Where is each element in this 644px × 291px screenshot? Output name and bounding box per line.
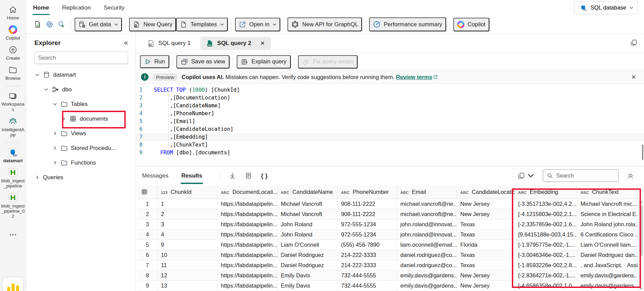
copilot-button[interactable]: Copilot bbox=[453, 18, 489, 31]
tree-item-functions[interactable]: Functions bbox=[26, 155, 136, 170]
templates-button[interactable]: Templates bbox=[176, 18, 227, 31]
data-cell[interactable]: Emily Davis bbox=[277, 281, 337, 291]
tab-sql-query-2[interactable]: SQL SQL query 2 ✕ bbox=[200, 37, 271, 50]
data-cell[interactable]: https://fabdatapipelin... bbox=[217, 219, 277, 230]
table-row[interactable]: 711https://fabdatapipelin...Daniel Rodri… bbox=[138, 260, 638, 271]
data-cell[interactable]: Daniel Rodriguez bbox=[277, 250, 337, 260]
data-cell[interactable]: https://fabdatapipelin... bbox=[217, 271, 277, 281]
data-cell[interactable]: 908-111-2222 bbox=[337, 209, 397, 219]
view-as-document-icon[interactable] bbox=[240, 170, 256, 181]
download-results-icon[interactable] bbox=[224, 170, 240, 181]
data-cell[interactable]: 972-555-1234 bbox=[337, 230, 397, 240]
row-number-cell[interactable]: 4 bbox=[138, 230, 157, 240]
table-row[interactable]: 913https://fabdatapipelin...Emily Davis7… bbox=[138, 281, 638, 291]
code-line[interactable]: 8 ,[ChunkText] bbox=[136, 141, 644, 149]
table-row[interactable]: 33https://fabdatapipelin...John Roland97… bbox=[138, 219, 638, 230]
column-header-chunkid[interactable]: 123ChunkId bbox=[157, 185, 217, 199]
select-all-cell[interactable] bbox=[138, 185, 157, 199]
data-cell[interactable]: 9 bbox=[157, 240, 217, 250]
code-line[interactable]: 5 ,[Email] bbox=[136, 118, 644, 125]
sidebar-item-create[interactable]: Create bbox=[0, 43, 26, 63]
code-line[interactable]: 9 FROM [dbo].[documents] bbox=[136, 149, 644, 157]
data-cell[interactable]: 11 bbox=[157, 260, 217, 271]
data-cell[interactable]: john.roland@innovat... bbox=[397, 230, 457, 240]
column-header-email[interactable]: ABCEmail bbox=[397, 185, 457, 199]
data-cell[interactable]: Texas bbox=[457, 219, 515, 230]
code-line[interactable]: 1SELECT TOP (1000) [ChunkId] bbox=[136, 86, 644, 94]
data-cell[interactable]: 12 bbox=[157, 271, 217, 281]
scroll-down-icon[interactable]: ▼ bbox=[640, 286, 643, 291]
data-cell[interactable]: emily.davis@gardens... bbox=[577, 271, 638, 281]
sidebar-item-home[interactable]: Home bbox=[0, 3, 26, 23]
fix-query-errors-button[interactable]: Fix query errors bbox=[298, 55, 358, 68]
chevron-right-icon[interactable] bbox=[52, 146, 58, 150]
tree-item-documents[interactable]: documents bbox=[26, 111, 136, 126]
dismiss-banner-icon[interactable]: ✕ bbox=[631, 74, 639, 81]
data-cell[interactable]: Texas bbox=[457, 250, 515, 260]
duplicate-tab-icon[interactable] bbox=[630, 39, 637, 46]
table-row[interactable]: 59https://fabdatapipelin...Liam O'Connel… bbox=[138, 240, 638, 250]
code-line[interactable]: 4 ,[PhoneNumber] bbox=[136, 110, 644, 118]
query-check-icon[interactable] bbox=[56, 18, 67, 31]
sidebar-item-blob-ingest-pipeline-02[interactable]: blob_ingest_pipeline_02 bbox=[0, 191, 26, 221]
get-data-button[interactable]: Get data bbox=[75, 18, 122, 31]
row-number-cell[interactable]: 2 bbox=[138, 209, 157, 219]
data-cell[interactable]: Daniel Rodriguez bbox=[277, 260, 337, 271]
chevron-down-icon[interactable] bbox=[43, 87, 49, 92]
table-row[interactable]: 812https://fabdatapipelin...Emily Davis7… bbox=[138, 271, 638, 281]
row-number-cell[interactable]: 3 bbox=[138, 219, 157, 230]
data-cell[interactable]: New Jersey bbox=[457, 281, 515, 291]
tree-item-queries[interactable]: Queries bbox=[26, 170, 136, 185]
database-type-selector[interactable]: SQL SQL database bbox=[574, 1, 638, 14]
tab-results[interactable]: Results bbox=[180, 170, 203, 181]
data-cell[interactable]: Emily Davis bbox=[277, 271, 337, 281]
tab-messages[interactable]: Messages bbox=[141, 170, 169, 181]
data-cell[interactable]: https://fabdatapipelin... bbox=[217, 260, 277, 271]
sql-code-editor[interactable]: 1SELECT TOP (1000) [ChunkId]2 ,[Document… bbox=[136, 84, 644, 166]
chevron-right-icon[interactable] bbox=[52, 160, 58, 165]
data-cell[interactable]: 732-444-5555 bbox=[337, 271, 397, 281]
data-cell[interactable]: 732-444-5555 bbox=[337, 281, 397, 291]
data-cell[interactable]: [-3.3517133e-002,4.2... bbox=[515, 199, 577, 209]
data-cell[interactable]: https://fabdatapipelin... bbox=[217, 281, 277, 291]
copy-results-icon[interactable] bbox=[513, 170, 539, 181]
run-button[interactable]: Run bbox=[140, 55, 169, 68]
performance-summary-button[interactable]: Performance summary bbox=[369, 17, 446, 31]
code-line[interactable]: 2 ,[DocumentLocation] bbox=[136, 94, 644, 102]
data-cell[interactable]: michael.vancroft@ne... bbox=[397, 209, 457, 219]
sidebar-item-workspaces[interactable]: Workspaces bbox=[0, 89, 26, 114]
power-bi-icon[interactable] bbox=[3, 277, 23, 291]
table-row[interactable]: 610https://fabdatapipelin...Daniel Rodri… bbox=[138, 250, 638, 260]
data-cell[interactable]: emily.davis@gardens... bbox=[397, 271, 457, 281]
data-cell[interactable]: , and JavaScript. · Assi... bbox=[577, 260, 638, 271]
new-query-button[interactable]: New Query bbox=[129, 18, 176, 31]
data-cell[interactable]: 3 bbox=[157, 219, 217, 230]
data-cell[interactable]: 6 Certifications Cisco ... bbox=[577, 230, 638, 240]
expand-results-icon[interactable] bbox=[623, 170, 639, 181]
data-cell[interactable]: emily.davis@gardens... bbox=[397, 281, 457, 291]
scroll-up-icon[interactable]: ▲ bbox=[640, 199, 643, 204]
data-cell[interactable]: [9.6415188e-003,4.15... bbox=[515, 230, 577, 240]
sidebar-item-intelligentapp[interactable]: IntelligentApp bbox=[0, 114, 26, 140]
row-number-cell[interactable]: 7 bbox=[138, 260, 157, 271]
sidebar-item-browse[interactable]: Browse bbox=[0, 63, 26, 83]
table-row[interactable]: 44https://fabdatapipelin...John Roland97… bbox=[138, 230, 638, 240]
column-header-phonenumber[interactable]: ABCPhoneNumber bbox=[337, 185, 397, 199]
data-cell[interactable]: Texas bbox=[457, 230, 515, 240]
settings-gear-icon[interactable] bbox=[44, 18, 56, 31]
table-row[interactable]: 22https://fabdatapipelin...Michael Vancr… bbox=[138, 209, 638, 219]
data-cell[interactable]: Michael Vancroft bbox=[277, 199, 337, 209]
new-api-graphql-button[interactable]: New API for GraphQL bbox=[287, 17, 362, 31]
data-cell[interactable]: 1 bbox=[157, 199, 217, 209]
open-in-button[interactable]: Open in bbox=[235, 18, 281, 31]
column-header-chunktext[interactable]: ABCChunkText bbox=[577, 185, 638, 199]
data-cell[interactable]: 13 bbox=[157, 281, 217, 291]
data-cell[interactable]: https://fabdatapipelin... bbox=[217, 240, 277, 250]
code-line[interactable]: 6 ,[CandidateLocation] bbox=[136, 125, 644, 133]
results-search-box[interactable] bbox=[543, 169, 618, 182]
data-cell[interactable]: John Roland bbox=[277, 230, 337, 240]
row-number-cell[interactable]: 5 bbox=[138, 240, 157, 250]
row-number-cell[interactable]: 9 bbox=[138, 281, 157, 291]
data-cell[interactable]: 214-222-3333 bbox=[337, 260, 397, 271]
table-row[interactable]: 11https://fabdatapipelin...Michael Vancr… bbox=[138, 199, 638, 209]
